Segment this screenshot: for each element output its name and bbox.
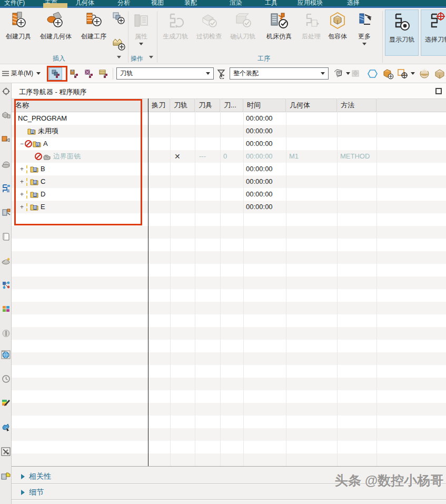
- create-fixture-icon[interactable]: [112, 36, 125, 51]
- name-column-separator: [148, 98, 148, 466]
- clamp-icon[interactable]: [1, 159, 11, 169]
- panel-title: 工序导航器 - 程序顺序: [19, 87, 87, 97]
- properties-icon: [133, 10, 150, 32]
- assembly-scope-combo[interactable]: 整个装配: [230, 67, 329, 80]
- filter-reset-button[interactable]: [216, 64, 227, 83]
- rainbow-brush-icon[interactable]: [1, 398, 11, 408]
- undock-icon[interactable]: [435, 88, 442, 94]
- splash-pointer-icon[interactable]: [1, 422, 11, 432]
- tab-file[interactable]: 文件(F): [4, 0, 25, 6]
- post-process-button[interactable]: 后处理: [299, 10, 323, 48]
- polygon-select-button[interactable]: [367, 64, 379, 83]
- node-network-icon[interactable]: [1, 280, 11, 290]
- machine-simulation-button[interactable]: 机床仿真: [260, 10, 298, 48]
- constraint-navigator-icon[interactable]: [1, 135, 11, 144]
- time-cell: 00:00:00: [243, 150, 286, 163]
- verify-toolpath-icon: [233, 10, 252, 32]
- verify-toolpath-button[interactable]: 确认刀轨: [226, 10, 259, 48]
- show-toolpath-button[interactable]: 显示刀轨: [385, 9, 419, 56]
- operation-group-arrow-icon[interactable]: [149, 56, 153, 58]
- shaded-cube-icon: [433, 68, 446, 80]
- tab-tools[interactable]: 工具: [265, 0, 277, 6]
- box-select-button[interactable]: [333, 64, 350, 83]
- watermark: 头条 @数控小杨哥: [335, 472, 446, 489]
- tool-cell: ---: [195, 150, 220, 163]
- create-tool-button[interactable]: 创建刀具: [2, 10, 35, 48]
- properties-button[interactable]: 属性: [130, 10, 153, 48]
- time-cell: 00:00:00: [243, 188, 286, 201]
- palette-icon[interactable]: [1, 304, 11, 314]
- column-header-tool[interactable]: 刀具: [195, 99, 220, 112]
- paren-circle-icon[interactable]: [1, 329, 11, 338]
- gear-target-icon[interactable]: [1, 86, 11, 96]
- column-header-toolchange[interactable]: 换刀: [148, 99, 170, 112]
- create-geometry-button[interactable]: 创建几何体: [36, 10, 76, 48]
- point-constructor-button[interactable]: [397, 64, 415, 83]
- snap-point-button-disabled[interactable]: [351, 64, 361, 83]
- select-toolpath-button[interactable]: 选择刀轨: [421, 9, 446, 56]
- combo-arrow-icon: [321, 72, 325, 75]
- assembly-navigator-icon[interactable]: [1, 111, 11, 120]
- tab-selection[interactable]: 选择: [347, 0, 360, 6]
- column-header-geometry[interactable]: 几何体: [286, 99, 337, 112]
- toolpath-filter-combo[interactable]: 刀轨: [116, 67, 214, 80]
- create-geometry-icon: [46, 10, 66, 32]
- properties-arrow-icon[interactable]: [139, 43, 143, 45]
- tab-view[interactable]: 视图: [151, 0, 164, 6]
- notebook-icon[interactable]: [1, 232, 11, 241]
- toolpath-status-mark: ✕: [170, 150, 195, 163]
- more-arrow-icon[interactable]: [362, 43, 366, 45]
- machine-folder-icon[interactable]: [1, 471, 11, 480]
- tab-geometry[interactable]: 几何体: [75, 0, 94, 6]
- history-clock-icon[interactable]: [1, 374, 11, 383]
- more-button[interactable]: 更多: [353, 10, 376, 48]
- panel-title-bar: 工序导航器 - 程序顺序: [12, 84, 446, 98]
- chevron-right-icon: [21, 490, 25, 495]
- box-select-icon: [333, 68, 344, 79]
- filter-icon: [216, 68, 227, 79]
- operation-navigator-icon[interactable]: [1, 183, 11, 193]
- gouge-check-button[interactable]: 过切检查: [193, 10, 225, 48]
- bounding-body-button[interactable]: 包容体: [324, 10, 351, 48]
- tab-application[interactable]: 应用模块: [298, 0, 323, 6]
- column-header-time[interactable]: 时间: [243, 99, 286, 112]
- machine-simulation-icon: [269, 10, 290, 32]
- combo-arrow-icon: [206, 72, 210, 75]
- insert-small-buttons: [112, 11, 126, 60]
- box-select-arrow-icon: [346, 72, 350, 75]
- group-separator: [157, 11, 157, 63]
- annotation-box-program-tree: [14, 99, 142, 225]
- geometry-view-button[interactable]: [82, 67, 95, 80]
- post-process-icon: [303, 10, 320, 32]
- create-operation-button[interactable]: 创建工序: [77, 10, 111, 48]
- web-browser-icon[interactable]: [1, 350, 11, 359]
- tool-number-cell: 0: [220, 150, 243, 163]
- column-header-toolnumber[interactable]: 刀...: [220, 99, 243, 112]
- snap-point-icon: [351, 68, 361, 79]
- shaded-view-button[interactable]: [419, 64, 431, 83]
- column-header-method[interactable]: 方法: [337, 99, 376, 112]
- method-view-icon: [99, 69, 108, 78]
- insert-group-arrow-icon[interactable]: [117, 56, 121, 58]
- process-group-label: 工序: [257, 54, 270, 63]
- tab-assembly[interactable]: 装配: [184, 0, 197, 6]
- tab-analysis[interactable]: 分析: [117, 0, 130, 6]
- select-toolpath-icon: [428, 10, 446, 35]
- machine-tool-view-button[interactable]: [67, 67, 81, 80]
- tools-icon[interactable]: [1, 447, 11, 456]
- reuse-library-icon[interactable]: [1, 256, 11, 265]
- column-header-toolpath[interactable]: 刀轨: [170, 99, 195, 112]
- generate-toolpath-button[interactable]: 生成刀轨: [159, 10, 192, 48]
- wireframe-view-button[interactable]: [433, 64, 446, 83]
- column-header-empty: [376, 99, 446, 112]
- ribbon-tab-bar: 文件(F) 主页 几何体 分析 视图 装配 渲染 工具 应用模块 选择: [0, 0, 446, 6]
- create-box-button[interactable]: [381, 64, 394, 83]
- group-separator: [382, 11, 383, 63]
- machine-tool-navigator-icon[interactable]: [1, 207, 11, 217]
- machine-tool-view-icon: [70, 69, 79, 78]
- time-cell: 00:00:00: [243, 137, 286, 150]
- menu-button[interactable]: 菜单(M): [2, 64, 41, 83]
- method-view-button[interactable]: [97, 67, 110, 80]
- tab-render[interactable]: 渲染: [230, 0, 242, 6]
- create-feature-icon[interactable]: [112, 11, 125, 25]
